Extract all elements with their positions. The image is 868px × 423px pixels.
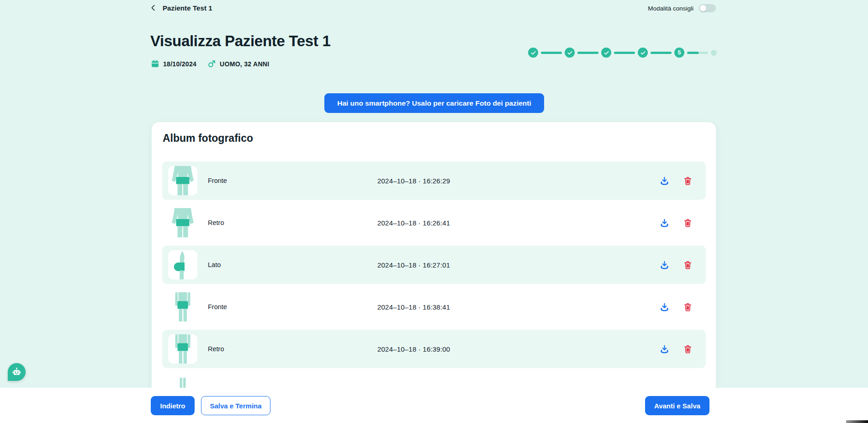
photo-actions [659,302,693,312]
back-button[interactable]: Indietro [151,396,195,415]
download-photo-button[interactable] [659,260,669,270]
photo-label: Fronte [208,303,377,311]
step-4-done[interactable] [638,48,648,58]
download-icon [660,344,669,354]
step-1-done[interactable] [528,48,538,58]
photo-timestamp: 2024–10–18 · 16:26:41 [377,219,659,227]
album-title: Album fotografico [163,132,253,145]
robot-chat-icon [11,367,22,377]
back-nav-label[interactable]: Paziente Test 1 [163,4,212,12]
photo-actions [659,176,693,186]
advice-mode-toggle[interactable] [699,4,716,12]
download-icon [660,176,669,186]
photo-timestamp: 2024–10–18 · 16:38:41 [377,303,659,311]
step-connector [614,52,635,54]
download-photo-button[interactable] [659,344,669,354]
step-connector [577,52,598,54]
photo-actions [659,218,693,228]
patient-sex-age: UOMO, 32 ANNI [207,59,269,68]
chat-widget-button[interactable] [8,363,26,381]
photo-timestamp: 2024–10–18 · 16:26:29 [377,177,659,185]
download-photo-button[interactable] [659,176,669,186]
step-5-current[interactable]: 5 [674,48,684,58]
photo-row: Retro 2024–10–18 · 16:39:00 [162,330,706,368]
trash-icon [683,218,693,228]
patient-sex-age-value: UOMO, 32 ANNI [220,60,269,68]
save-and-finish-button[interactable]: Salva e Termina [201,396,270,415]
check-icon [567,50,573,56]
download-icon [660,302,669,312]
photo-label: Retro [208,219,377,226]
trash-icon [683,344,693,354]
photo-row: Fronte 2024–10–18 · 16:38:41 [162,288,706,326]
footer-bar: Indietro Salva e Termina Avanti e Salva [0,388,868,423]
photo-timestamp: 2024–10–18 · 16:39:00 [377,345,659,353]
delete-photo-button[interactable] [683,176,693,186]
check-icon [530,50,536,56]
step-connector [541,52,562,54]
download-photo-button[interactable] [659,302,669,312]
page-title: Visualizza Paziente Test 1 [150,32,331,50]
step-connector [651,52,672,54]
trash-icon [683,176,693,186]
patient-meta: 18/10/2024 UOMO, 32 ANNI [151,59,269,68]
photo-list: Fronte 2024–10–18 · 16:26:29 [162,161,706,414]
advice-mode-label: Modalità consigli [648,5,693,12]
photo-label: Fronte [208,177,377,184]
check-icon [640,50,646,56]
step-connector [687,52,708,54]
photo-label: Retro [208,345,377,353]
photo-thumbnail[interactable] [168,250,197,279]
photo-row: Lato 2024–10–18 · 16:27:01 [162,246,706,284]
album-card: Album fotografico Fronte 2024–10–18 · 16… [152,122,716,423]
step-6-upcoming-dot [711,50,717,56]
trash-icon [683,260,693,270]
photo-label: Lato [208,261,377,268]
step-2-done[interactable] [565,48,575,58]
progress-stepper: 5 [528,47,717,58]
delete-photo-button[interactable] [683,302,693,312]
photo-thumbnail[interactable] [168,292,197,321]
patient-date-value: 18/10/2024 [163,60,196,68]
photo-actions [659,344,693,354]
delete-photo-button[interactable] [683,260,693,270]
photo-row: Retro 2024–10–18 · 16:26:41 [162,203,706,242]
step-3-done[interactable] [601,48,611,58]
photo-row: Fronte 2024–10–18 · 16:26:29 [162,161,706,200]
corner-scroll-artifact [846,420,868,423]
advice-mode-control: Modalità consigli [648,3,716,14]
trash-icon [683,302,693,312]
patient-date: 18/10/2024 [151,59,196,68]
chevron-left-icon[interactable] [150,4,157,11]
photo-timestamp: 2024–10–18 · 16:27:01 [377,261,659,269]
calendar-icon [151,59,159,68]
photo-thumbnail[interactable] [168,334,197,364]
delete-photo-button[interactable] [683,344,693,354]
toggle-knob [700,5,706,11]
download-icon [660,260,669,270]
back-nav[interactable]: Paziente Test 1 [150,2,212,13]
smartphone-upload-cta-button[interactable]: Hai uno smartphone? Usalo per caricare F… [324,93,544,113]
download-photo-button[interactable] [659,218,669,228]
photo-thumbnail[interactable] [168,208,197,237]
delete-photo-button[interactable] [683,218,693,228]
photo-actions [659,260,693,270]
download-icon [660,218,669,228]
male-icon [207,59,216,68]
next-and-save-button[interactable]: Avanti e Salva [645,396,709,415]
check-icon [603,50,609,56]
photo-thumbnail[interactable] [168,166,197,195]
